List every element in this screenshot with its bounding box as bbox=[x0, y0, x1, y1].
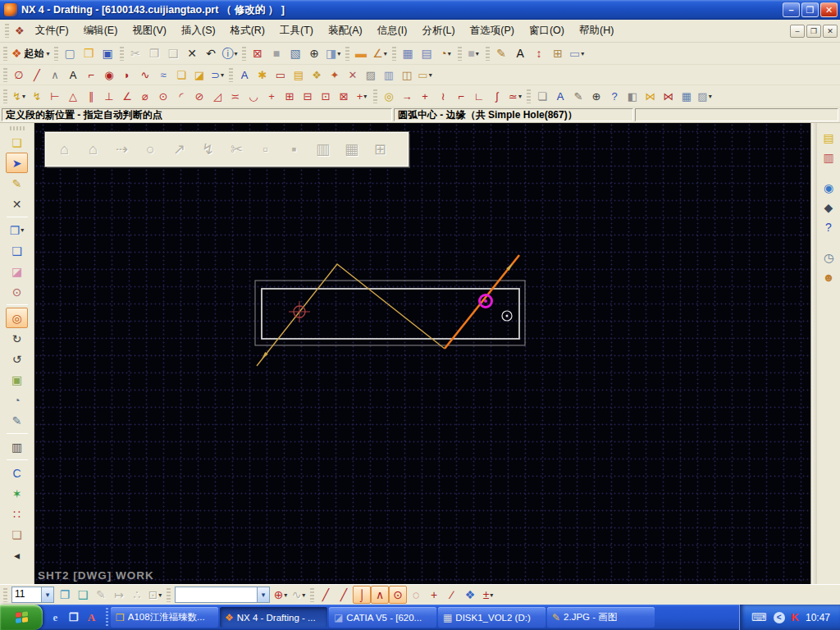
target-point-symbol-button[interactable]: → bbox=[398, 87, 416, 105]
fcf-frame-1-button[interactable]: ⊞ bbox=[281, 87, 299, 105]
spin-view-button[interactable]: ↺ bbox=[6, 349, 28, 369]
save-file-button[interactable]: ▣ bbox=[98, 44, 117, 63]
close-button[interactable]: ✕ bbox=[820, 2, 838, 17]
chevron-down-icon[interactable]: ▾ bbox=[284, 591, 287, 599]
chamfer-dimension-button[interactable]: ◿ bbox=[208, 87, 226, 105]
display-mode-button[interactable]: ■▾ bbox=[464, 44, 483, 63]
corner-symbol-button[interactable]: ⌐ bbox=[452, 87, 470, 105]
fit-view-button[interactable]: ■ bbox=[267, 44, 286, 63]
fold-symbol-button[interactable]: ∟ bbox=[470, 87, 488, 105]
base-view-button[interactable]: ▥ bbox=[380, 66, 398, 84]
community-button[interactable]: ☻ bbox=[819, 267, 838, 287]
toolbar-grip[interactable] bbox=[392, 47, 396, 61]
snap-face-button[interactable]: ❖ bbox=[461, 586, 479, 604]
cylindrical-dimension-button[interactable]: ⌀ bbox=[136, 87, 154, 105]
offset-curve-button[interactable]: ⊃▾ bbox=[208, 66, 226, 84]
chevron-down-icon[interactable]: ▾ bbox=[302, 591, 305, 599]
spline-curve-button[interactable]: ∿ bbox=[136, 66, 154, 84]
origin-target-button[interactable]: ⊞ bbox=[368, 137, 393, 162]
work-layer-combo[interactable]: 11▾ bbox=[11, 587, 54, 603]
menu-item-file[interactable]: 文件(F) bbox=[28, 21, 76, 41]
highlight-region-button[interactable]: ▣ bbox=[6, 369, 28, 390]
chevron-down-icon[interactable]: ▾ bbox=[384, 50, 387, 57]
toolbar-grip[interactable] bbox=[120, 47, 124, 61]
rotate-view-button[interactable]: ↻ bbox=[6, 328, 28, 349]
crosshatch-adjacent-button[interactable]: ≀ bbox=[434, 87, 452, 105]
menu-item-view[interactable]: 视图(V) bbox=[125, 21, 174, 41]
toolbar-grip[interactable] bbox=[3, 47, 7, 61]
curve-analysis-button[interactable]: C bbox=[6, 463, 28, 483]
text-curve-button[interactable]: A bbox=[64, 66, 82, 84]
new-sheet-button[interactable]: ❏ bbox=[6, 132, 28, 153]
grid-points-button[interactable]: ∷ bbox=[6, 504, 28, 524]
crosshatch-tool-button[interactable]: ▨▾ bbox=[696, 87, 714, 105]
toolbar-grip[interactable] bbox=[527, 89, 531, 103]
training-button[interactable]: ◆ bbox=[819, 198, 838, 217]
layer-category-button[interactable]: ❐ bbox=[56, 586, 74, 604]
text-tool-button[interactable]: A bbox=[511, 44, 530, 63]
selection-intent-button[interactable]: ⊕▾ bbox=[272, 586, 290, 604]
toolbar-grip[interactable] bbox=[486, 47, 490, 61]
inferred-dimension-button[interactable]: ↯ bbox=[28, 87, 46, 105]
view-operations-button[interactable]: ◨▾ bbox=[324, 44, 343, 63]
new-file-button[interactable]: ▢ bbox=[61, 44, 80, 63]
delete-button[interactable]: ✕ bbox=[183, 44, 202, 63]
menu-item-information[interactable]: 信息(I) bbox=[370, 21, 415, 41]
intersection-symbol-button[interactable]: + bbox=[416, 87, 434, 105]
arc-length-dimension-button[interactable]: ◡ bbox=[244, 87, 262, 105]
origin-tool-button[interactable]: ⊕ bbox=[587, 87, 605, 105]
internet-explorer-icon[interactable]: e bbox=[48, 610, 62, 624]
bridge-curve-button[interactable]: ≈ bbox=[154, 66, 172, 84]
menu-item-analysis[interactable]: 分析(L) bbox=[414, 21, 462, 41]
selected-point-dot[interactable] bbox=[484, 299, 487, 303]
autodim-button[interactable]: ↯ bbox=[195, 137, 221, 162]
snap-settings-button[interactable]: ✶ bbox=[6, 483, 28, 504]
history-button[interactable]: ◷ bbox=[819, 248, 838, 267]
chevron-down-icon[interactable]: ▾ bbox=[429, 71, 432, 79]
autodimension-button[interactable]: ↯▾ bbox=[10, 87, 28, 105]
gauge-tool-button[interactable]: ◔ bbox=[6, 390, 28, 410]
mdi-close-button[interactable]: ✕ bbox=[823, 25, 838, 38]
chevron-down-icon[interactable]: ▾ bbox=[257, 587, 269, 602]
boundary-tool-button[interactable]: ◧ bbox=[623, 87, 641, 105]
copy-to-layer-button[interactable]: ↦ bbox=[110, 586, 128, 604]
edge-symbol-button[interactable]: ≃▾ bbox=[506, 87, 524, 105]
menu-item-edit[interactable]: 编辑(E) bbox=[76, 21, 126, 41]
selection-filter-combo[interactable]: ▾ bbox=[175, 587, 270, 603]
restore-button[interactable]: ❐ bbox=[801, 2, 819, 17]
tag-tool-button[interactable]: ❏ bbox=[6, 524, 28, 545]
perpendicular-dimension-button[interactable]: ⊥ bbox=[100, 87, 118, 105]
ordinate-dimension-button[interactable]: + bbox=[262, 87, 281, 105]
snap-midpoint-button[interactable]: ╱ bbox=[335, 586, 353, 604]
drawing-sheet-button[interactable]: ▤ bbox=[418, 44, 436, 63]
tie-symbol-red-button[interactable]: ⋈ bbox=[660, 87, 678, 105]
surface-finish-symbol-button[interactable]: ▨ bbox=[362, 66, 380, 84]
id-symbol-button[interactable]: ◎ bbox=[380, 87, 398, 105]
bend-symbol-button[interactable]: ∫ bbox=[488, 87, 506, 105]
edit-sheet-button[interactable]: ✎ bbox=[6, 173, 28, 194]
label-tool-button[interactable]: ❖ bbox=[308, 66, 326, 84]
chevron-down-icon[interactable]: ▾ bbox=[22, 93, 25, 100]
text-style-button[interactable]: A bbox=[235, 66, 253, 84]
task-nx-drafting-button[interactable]: ❖NX 4 - Drafting - ... bbox=[220, 607, 327, 628]
leader-polyline[interactable] bbox=[257, 264, 445, 366]
fcf-frame-2-button[interactable]: ⊟ bbox=[299, 87, 317, 105]
drawing-canvas[interactable]: ⌂⌂⇢○↗↯✂▫▪▥▦⊞ SHT2 [DWG] WORK bbox=[34, 123, 810, 584]
fcf-frame-4-button[interactable]: ⊠ bbox=[335, 87, 353, 105]
toolbar-grip[interactable] bbox=[3, 588, 7, 602]
chevron-down-icon[interactable]: ▾ bbox=[476, 50, 479, 57]
snap-intersection-button[interactable]: ∧ bbox=[371, 586, 389, 604]
chevron-down-icon[interactable]: ▾ bbox=[518, 93, 522, 100]
open-file-button[interactable]: ❒ bbox=[80, 44, 98, 63]
annotation-style-button[interactable]: ▥ bbox=[819, 148, 838, 167]
fill-region-button[interactable]: ▪ bbox=[281, 137, 307, 162]
chevron-down-icon[interactable]: ▾ bbox=[581, 50, 584, 57]
refresh-view-button[interactable]: ⊠ bbox=[249, 44, 267, 63]
toolbar-grip[interactable] bbox=[310, 588, 314, 602]
section-view-button[interactable]: ◫ bbox=[398, 66, 416, 84]
task-disk-button[interactable]: ▦DISK1_VOL2 (D:) bbox=[438, 607, 546, 628]
task-folder-a108-button[interactable]: ❒A108江淮福臻数... bbox=[111, 607, 218, 628]
mdi-restore-button[interactable]: ❐ bbox=[806, 25, 821, 38]
vertical-dimension-button[interactable]: △ bbox=[64, 87, 82, 105]
chamfer-curve-button[interactable]: ⌐ bbox=[82, 66, 100, 84]
